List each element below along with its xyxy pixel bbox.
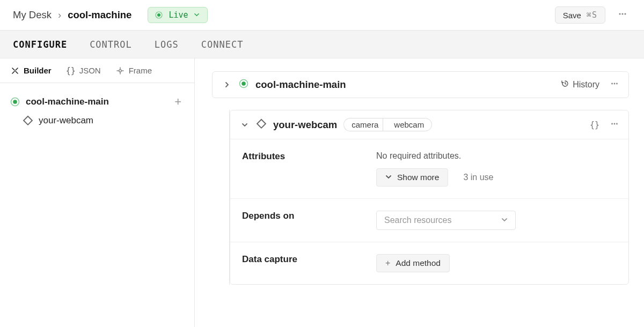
plus-icon: + [385,258,390,268]
sidebar-tab-json[interactable]: {} JSON [67,66,101,75]
chevron-down-icon [241,122,248,128]
json-view-button[interactable]: {} [590,120,599,130]
sidebar-tab-label: Builder [24,66,52,75]
sidebar: Builder {} JSON Frame cool-machine-main [0,58,195,327]
machine-icon [238,78,249,91]
chevron-down-icon [501,215,508,225]
section-data-capture: Data capture + Add method [230,242,628,284]
component-more-button[interactable] [610,120,619,130]
section-label: Depends on [242,211,376,230]
history-icon [561,79,569,90]
section-label: Attributes [242,151,376,187]
svg-point-13 [616,83,618,85]
history-label: History [573,80,599,90]
plus-icon: + [174,95,181,108]
braces-icon: {} [67,66,75,75]
component-icon [256,118,267,131]
dots-icon [618,9,627,21]
sidebar-tab-frame[interactable]: Frame [116,66,152,75]
component-title: your-webcam [273,119,337,131]
tree-node-machine[interactable]: cool-machine-main + [6,92,188,112]
tab-control[interactable]: CONTROL [90,39,132,50]
more-menu-button[interactable] [614,6,631,24]
svg-point-11 [611,83,613,85]
sidebar-mode-tabs: Builder {} JSON Frame [0,58,194,83]
section-label: Data capture [242,254,376,272]
model-badge: webcam [383,118,432,131]
main-panel: cool-machine-main History [195,58,644,327]
tab-connect[interactable]: CONNECT [201,39,244,50]
show-more-label: Show more [397,173,439,182]
dots-icon [610,79,619,90]
svg-point-12 [614,83,616,85]
breadcrumb-current: cool-machine [68,9,131,21]
svg-point-6 [13,100,17,104]
svg-point-15 [611,123,613,124]
component-tree: cool-machine-main + your-webcam [0,83,194,138]
save-kbd: ⌘S [587,10,597,20]
chevron-right-icon [224,81,230,88]
sidebar-tab-label: Frame [129,66,152,75]
svg-point-0 [157,13,160,17]
machine-title: cool-machine-main [255,79,346,91]
builder-icon [11,66,19,75]
svg-point-17 [616,123,618,124]
show-more-button[interactable]: Show more [376,168,448,187]
component-icon [23,115,33,126]
tree-node-label: your-webcam [39,115,93,126]
machine-icon [10,96,20,107]
chevron-down-icon [385,173,392,182]
dots-icon [610,121,619,130]
svg-point-16 [614,123,616,124]
svg-point-5 [119,69,121,71]
chevron-down-icon [194,10,200,20]
live-status-icon [155,11,163,19]
add-method-button[interactable]: + Add method [376,254,450,272]
main-tabs: CONFIGURE CONTROL LOGS CONNECT [0,31,644,58]
history-button[interactable]: History [561,79,599,90]
expand-toggle[interactable] [222,80,232,90]
breadcrumb: My Desk › cool-machine [13,9,131,21]
chevron-right-icon: › [58,9,61,21]
save-label: Save [563,11,581,20]
sidebar-tab-label: JSON [79,66,101,75]
component-card: your-webcam camera webcam {} [230,110,629,285]
attributes-in-use-count: 3 in use [463,173,493,182]
dependency-search[interactable]: Search resources [376,211,516,230]
header: My Desk › cool-machine Live Save ⌘S [0,0,644,31]
tab-configure[interactable]: CONFIGURE [13,39,67,50]
braces-icon: {} [590,120,599,130]
save-button[interactable]: Save ⌘S [555,6,605,24]
breadcrumb-root[interactable]: My Desk [13,9,52,21]
tree-node-component[interactable]: your-webcam [6,112,188,129]
add-method-label: Add method [396,258,441,268]
type-model-badge: camera webcam [343,118,432,131]
attributes-empty-note: No required attributes. [376,151,617,161]
section-attributes: Attributes No required attributes. Show … [230,139,628,199]
svg-rect-14 [257,119,266,128]
machine-card: cool-machine-main History [212,71,629,98]
svg-point-4 [624,13,626,14]
svg-point-9 [241,81,246,86]
section-depends-on: Depends on Search resources [230,199,628,242]
frame-icon [116,66,125,75]
svg-rect-8 [24,116,32,125]
collapse-toggle[interactable] [240,120,250,130]
tab-logs[interactable]: LOGS [155,39,179,50]
type-badge: camera [343,118,388,131]
add-component-button[interactable]: + [174,95,185,109]
status-label: Live [169,10,188,20]
sidebar-tab-builder[interactable]: Builder [11,66,52,75]
dependency-search-placeholder: Search resources [384,215,451,225]
tree-node-label: cool-machine-main [26,96,109,107]
svg-point-3 [621,13,623,14]
status-pill[interactable]: Live [148,7,207,23]
svg-point-2 [619,13,620,14]
card-more-button[interactable] [610,79,619,90]
